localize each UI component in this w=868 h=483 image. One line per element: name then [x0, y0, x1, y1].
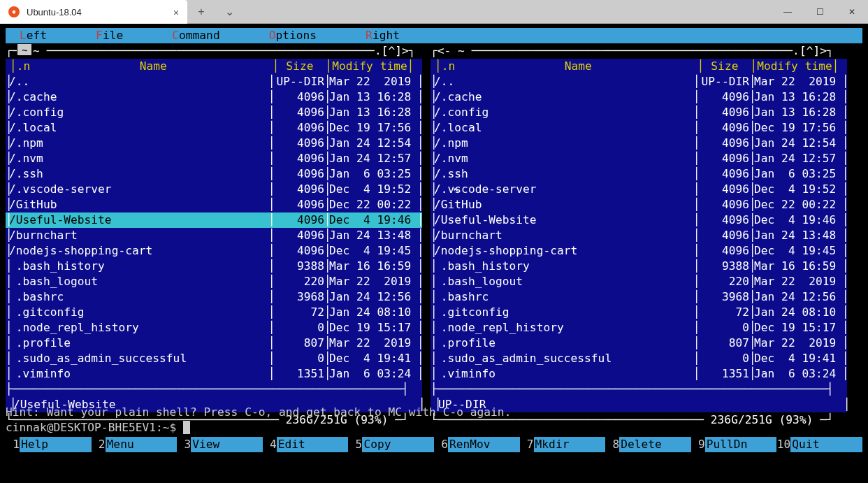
file-mtime: Jan 13 16:28 — [753, 89, 842, 105]
file-size: 9388 — [697, 259, 749, 274]
list-item[interactable]: │/.ssh│4096│Jan 6 03:25│ — [431, 166, 847, 182]
fkey-renmov[interactable]: 6RenMov — [434, 437, 520, 452]
list-item[interactable]: │ .sudo_as_admin_successful│0│Dec 4 19:4… — [431, 351, 847, 366]
file-mtime: Dec 22 00:22 — [328, 197, 417, 212]
file-name: /Useful-Website — [434, 212, 693, 228]
list-item[interactable]: │/.nvm│4096│Jan 24 12:57│ — [431, 151, 847, 166]
menu-options[interactable]: Options — [269, 28, 317, 43]
list-item[interactable]: │ .bash_history│9388│Mar 16 16:59│ — [431, 259, 847, 274]
close-tab-icon[interactable]: ✕ — [173, 7, 182, 17]
list-item[interactable]: │/.config│4096│Jan 13 16:28│ — [431, 105, 847, 120]
list-item[interactable]: │/Useful-Website│4096│Dec 4 19:46│ — [431, 212, 847, 228]
titlebar: ◉ Ubuntu-18.04 ✕ + ⌄ — ☐ ✕ — [0, 0, 868, 24]
fkey-number: 10 — [776, 437, 790, 452]
list-item[interactable]: │ .node_repl_history│0│Dec 19 15:17│ — [431, 320, 847, 336]
list-item[interactable]: │/.vscode-server│4096│Dec 4 19:52│ — [6, 182, 422, 197]
file-name: /.npm — [9, 136, 268, 151]
file-name: /.. — [434, 74, 693, 89]
list-item[interactable]: │ .bash_logout│220│Mar 22 2019│ — [6, 274, 422, 289]
right-panel[interactable]: ┌<- ~ ──────────────────────────────────… — [431, 43, 847, 404]
fkey-delete[interactable]: 8Delete — [605, 437, 691, 452]
panel-header: │.n Name │ Size │Modify time│ — [431, 59, 847, 74]
fkey-number: 3 — [177, 437, 191, 452]
list-item[interactable]: │/GitHub│4096│Dec 22 00:22│ — [431, 197, 847, 212]
fkey-pulldn[interactable]: 9PullDn — [691, 437, 777, 452]
list-item[interactable]: │ .viminfo│1351│Jan 6 03:24│ — [431, 366, 847, 382]
list-item[interactable]: │/.config│4096│Jan 13 16:28│ — [6, 105, 422, 120]
list-item[interactable]: │/.cache│4096│Jan 13 16:28│ — [6, 89, 422, 105]
list-item[interactable]: │ .profile│807│Mar 22 2019│ — [6, 336, 422, 351]
list-item[interactable]: │/.local│4096│Dec 19 17:56│ — [6, 120, 422, 136]
close-window-button[interactable]: ✕ — [836, 0, 868, 24]
fkey-mkdir[interactable]: 7Mkdir — [520, 437, 606, 452]
fkey-number: 7 — [520, 437, 534, 452]
fkey-view[interactable]: 3View — [177, 437, 263, 452]
file-size: 4096 — [272, 166, 324, 182]
list-item[interactable]: │ .profile│807│Mar 22 2019│ — [431, 336, 847, 351]
list-item[interactable]: │/.npm│4096│Jan 24 12:54│ — [6, 136, 422, 151]
panel-top-border: ┌<- ~ ──────────────────────────────────… — [431, 43, 847, 59]
list-item[interactable]: │ .node_repl_history│0│Dec 19 15:17│ — [6, 320, 422, 336]
list-item[interactable]: │/burnchart│4096│Jan 24 13:48│ — [431, 228, 847, 243]
fkey-menu[interactable]: 2Menu — [92, 437, 178, 452]
list-item[interactable]: │/.vscode-server│4096│Dec 4 19:52│ — [431, 182, 847, 197]
file-mtime: Jan 24 13:48 — [753, 228, 842, 243]
menu-right[interactable]: Right — [366, 28, 400, 43]
list-item[interactable]: │/nodejs-shopping-cart│4096│Dec 4 19:45│ — [431, 243, 847, 259]
fkey-number: 6 — [434, 437, 448, 452]
list-item[interactable]: │/.npm│4096│Jan 24 12:54│ — [431, 136, 847, 151]
file-size: 9388 — [272, 259, 324, 274]
file-mtime: Dec 22 00:22 — [753, 197, 842, 212]
file-name: .node_repl_history — [9, 320, 268, 336]
tab-ubuntu[interactable]: ◉ Ubuntu-18.04 ✕ — [0, 0, 187, 24]
list-item[interactable]: │ .bashrc│3968│Jan 24 12:56│ — [431, 289, 847, 305]
list-item[interactable]: │/.cache│4096│Jan 13 16:28│ — [431, 89, 847, 105]
file-size: 4096 — [697, 182, 749, 197]
menu-file[interactable]: File — [96, 28, 123, 43]
new-tab-button[interactable]: + — [187, 0, 215, 23]
file-size: 1351 — [697, 366, 749, 382]
file-size: 4096 — [697, 212, 749, 228]
file-size: 4096 — [697, 197, 749, 212]
ubuntu-icon: ◉ — [8, 6, 20, 17]
list-item[interactable]: │/..│UP--DIR│Mar 22 2019│ — [431, 74, 847, 89]
file-size: 4096 — [697, 89, 749, 105]
left-panel-cwd-button[interactable]: ~ — [17, 43, 32, 56]
list-item[interactable]: │ .gitconfig│72│Jan 24 08:10│ — [6, 305, 422, 320]
list-item[interactable]: │/.nvm│4096│Jan 24 12:57│ — [6, 151, 422, 166]
fkey-quit[interactable]: 10Quit — [776, 437, 862, 452]
tab-dropdown-icon[interactable]: ⌄ — [215, 0, 243, 23]
fkey-help[interactable]: 1Help — [6, 437, 92, 452]
list-item[interactable]: │/GitHub│4096│Dec 22 00:22│ — [6, 197, 422, 212]
fkey-edit[interactable]: 4Edit — [263, 437, 349, 452]
list-item[interactable]: │/.ssh│4096│Jan 6 03:25│ — [6, 166, 422, 182]
file-mtime: Jan 24 13:48 — [328, 228, 417, 243]
list-item[interactable]: │/Useful-Website│4096│Dec 4 19:46│ — [6, 212, 422, 228]
fkey-copy[interactable]: 5Copy — [348, 437, 434, 452]
list-item[interactable]: │ .bashrc│3968│Jan 24 12:56│ — [6, 289, 422, 305]
file-size: 4096 — [272, 105, 324, 120]
minimize-button[interactable]: — — [772, 0, 804, 24]
file-name: .sudo_as_admin_successful — [434, 351, 693, 366]
file-mtime: Mar 22 2019 — [328, 274, 417, 289]
list-item[interactable]: │/..│UP--DIR│Mar 22 2019│ — [6, 74, 422, 89]
col-size: │ Size — [268, 59, 324, 74]
menu-command[interactable]: Command — [172, 28, 219, 43]
list-item[interactable]: │ .sudo_as_admin_successful│0│Dec 4 19:4… — [6, 351, 422, 366]
panel-top-border: ┌── ~ ──────────────────────────────────… — [6, 43, 422, 59]
list-item[interactable]: │/nodejs-shopping-cart│4096│Dec 4 19:45│ — [6, 243, 422, 259]
menu-left[interactable]: Left — [20, 28, 47, 43]
list-item[interactable]: │ .bash_logout│220│Mar 22 2019│ — [431, 274, 847, 289]
fkey-label: PullDn — [705, 437, 777, 452]
terminal[interactable]: Left File Command Options Right ~ ┌── ~ … — [0, 24, 868, 483]
list-item[interactable]: │/.local│4096│Dec 19 17:56│ — [431, 120, 847, 136]
file-size: 807 — [697, 336, 749, 351]
list-item[interactable]: │ .viminfo│1351│Jan 6 03:24│ — [6, 366, 422, 382]
maximize-button[interactable]: ☐ — [804, 0, 836, 24]
list-item[interactable]: │/burnchart│4096│Jan 24 13:48│ — [6, 228, 422, 243]
list-item[interactable]: │ .bash_history│9388│Mar 16 16:59│ — [6, 259, 422, 274]
list-item[interactable]: │ .gitconfig│72│Jan 24 08:10│ — [431, 305, 847, 320]
file-size: 4096 — [697, 228, 749, 243]
file-mtime: Jan 24 12:54 — [753, 136, 842, 151]
left-panel[interactable]: ┌── ~ ──────────────────────────────────… — [6, 43, 422, 404]
